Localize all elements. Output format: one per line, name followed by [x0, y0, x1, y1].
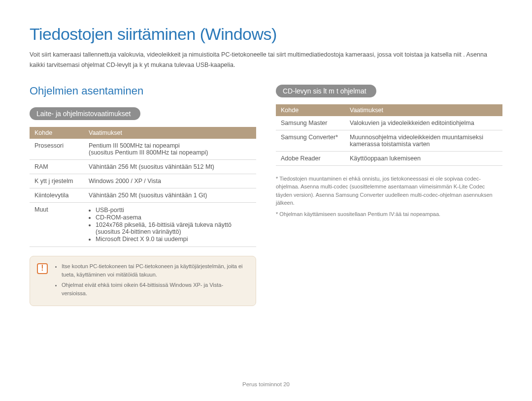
table-header-row: Kohde Vaatimukset: [276, 104, 502, 116]
list-item: USB-portti: [96, 207, 251, 214]
programs-table: Kohde Vaatimukset Samsung Master Valokuv…: [276, 104, 502, 166]
pill-hw-sw-requirements: Laite- ja ohjelmistovaatimukset: [30, 107, 140, 120]
table-row: K ytt j rjestelm Windows 2000 / XP / Vis…: [30, 174, 256, 188]
th-vaatimukset: Vaatimukset: [345, 104, 502, 116]
cell-key: Prosessori: [30, 139, 84, 160]
right-column: CD-levyn sis lt m t ohjelmat Kohde Vaati…: [276, 85, 502, 306]
page-title: Tiedostojen siirtäminen (Windows): [30, 25, 502, 44]
footnote: * Ohjelman käyttämiseen suositellaan Pen…: [276, 210, 502, 218]
cell-value: Windows 2000 / XP / Vista: [84, 174, 256, 188]
content-columns: Ohjelmien asentaminen Laite- ja ohjelmis…: [30, 85, 502, 306]
cell-key: RAM: [30, 159, 84, 174]
footnote: * Tiedostojen muuntaminen ei ehkä onnist…: [276, 175, 502, 207]
left-column: Ohjelmien asentaminen Laite- ja ohjelmis…: [30, 85, 256, 306]
cell-text: Pentium III 500MHz tai nopeampi: [89, 142, 180, 149]
footer-section-label: Perus toiminnot: [242, 381, 282, 387]
cell-key: Samsung Master: [276, 116, 345, 130]
table-row: Kiintolevytila Vähintään 250 Mt (suositu…: [30, 188, 256, 202]
cell-key: Adobe Reader: [276, 151, 345, 165]
table-row: Samsung Master Valokuvien ja videoleikke…: [276, 116, 502, 130]
cell-key: K ytt j rjestelm: [30, 174, 84, 188]
table-row: RAM Vähintään 256 Mt (suositus vähintään…: [30, 159, 256, 174]
table-row: Muut USB-portti CD-ROM-asema 1024x768 pi…: [30, 202, 256, 247]
table-row: Prosessori Pentium III 500MHz tai nopeam…: [30, 139, 256, 160]
cell-value: Muunnosohjelma videoleikkeiden muuntamis…: [345, 130, 502, 151]
requirements-table: Kohde Vaatimukset Prosessori Pentium III…: [30, 127, 256, 247]
cell-text: (suositus Pentium III 800MHz tai nopeamp…: [89, 149, 208, 156]
footer-page-number: 20: [283, 381, 290, 387]
list-item: CD-ROM-asema: [96, 214, 251, 221]
list-item: Microsoft Direct X 9.0 tai uudempi: [96, 236, 251, 243]
cell-key: Muut: [30, 202, 84, 247]
cell-value: Pentium III 500MHz tai nopeampi (suositu…: [84, 139, 256, 160]
th-vaatimukset: Vaatimukset: [84, 127, 256, 139]
bullet-list: USB-portti CD-ROM-asema 1024x768 pikseli…: [89, 207, 251, 243]
page-footer: Perus toiminnot 20: [0, 381, 532, 387]
cell-value: Valokuvien ja videoleikkeiden editointio…: [345, 116, 502, 130]
cell-value: Käyttöoppaan lukemiseen: [345, 151, 502, 165]
cell-key: Kiintolevytila: [30, 188, 84, 202]
warning-callout: ! Itse kootun PC-tietokoneen tai PC-tiet…: [30, 256, 256, 306]
section-subhead: Ohjelmien asentaminen: [30, 85, 256, 97]
list-item: Ohjelmat eivät ehkä toimi oikein 64-bitt…: [62, 281, 248, 298]
table-header-row: Kohde Vaatimukset: [30, 127, 256, 139]
table-row: Adobe Reader Käyttöoppaan lukemiseen: [276, 151, 502, 165]
cell-key: Samsung Converter*: [276, 130, 345, 151]
th-kohde: Kohde: [30, 127, 84, 139]
th-kohde: Kohde: [276, 104, 345, 116]
list-item: 1024x768 pikseliä, 16-bittisiä värejä tu…: [96, 221, 251, 235]
warning-icon: !: [37, 263, 48, 274]
list-item: Itse kootun PC-tietokoneen tai PC-tietok…: [62, 262, 248, 279]
footnotes: * Tiedostojen muuntaminen ei ehkä onnist…: [276, 175, 502, 218]
callout-list: Itse kootun PC-tietokoneen tai PC-tietok…: [55, 262, 248, 298]
pill-cd-programs: CD-levyn sis lt m t ohjelmat: [276, 85, 376, 97]
cell-value: Vähintään 250 Mt (suositus vähintään 1 G…: [84, 188, 256, 202]
intro-paragraph: Voit siirt kameraasi tallennettuja valok…: [30, 50, 502, 71]
cell-value: USB-portti CD-ROM-asema 1024x768 pikseli…: [84, 202, 256, 247]
table-row: Samsung Converter* Muunnosohjelma videol…: [276, 130, 502, 151]
cell-value: Vähintään 256 Mt (suositus vähintään 512…: [84, 159, 256, 174]
